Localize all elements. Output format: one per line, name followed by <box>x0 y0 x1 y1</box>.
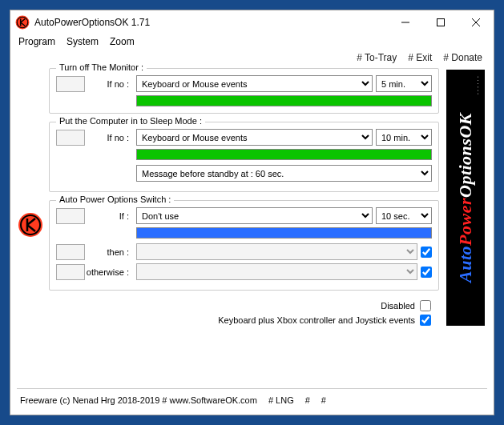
switch-otherwise-select[interactable] <box>136 263 417 280</box>
menu-program[interactable]: Program <box>18 36 55 47</box>
group-monitor-title: Turn off The Monitor : <box>56 62 147 72</box>
footer-h2[interactable]: # <box>321 395 326 405</box>
group-sleep: Put the Computer in to Sleep Mode : If n… <box>49 122 439 192</box>
group-switch-title: Auto Power Options Switch : <box>56 194 174 204</box>
sleep-message-select[interactable]: Message before standby at : 60 sec. <box>136 165 432 182</box>
otherwise-indicator <box>56 264 85 280</box>
disabled-checkbox[interactable] <box>420 300 431 311</box>
group-monitor: Turn off The Monitor : If no : Keyboard … <box>49 68 439 114</box>
footer-h1[interactable]: # <box>305 395 310 405</box>
banner-auto: Auto <box>455 246 475 283</box>
svg-point-3 <box>18 213 42 237</box>
sleep-indicator <box>56 130 85 146</box>
minimize-button[interactable] <box>388 10 423 34</box>
link-donate[interactable]: # Donate <box>443 52 482 63</box>
monitor-event-select[interactable]: Keyboard or Mouse events <box>136 75 373 92</box>
banner-dots-icon: ······ <box>474 76 482 96</box>
close-button[interactable] <box>458 10 494 34</box>
banner-text: AutoPowerOptionsOK <box>455 113 476 283</box>
kbxbox-checkbox[interactable] <box>420 315 431 326</box>
switch-time-select[interactable]: 10 sec. <box>376 207 432 224</box>
switch-otherwise-checkbox[interactable] <box>421 267 432 278</box>
maximize-button[interactable] <box>423 10 458 34</box>
app-window: AutoPowerOptionsOK 1.71 Program System Z… <box>10 10 494 415</box>
footer-lng[interactable]: # LNG <box>268 395 294 405</box>
side-logo-icon <box>18 212 43 238</box>
right-col: ······ AutoPowerOptionsOK <box>442 68 489 382</box>
sleep-progress <box>136 149 432 160</box>
disabled-label: Disabled <box>381 301 415 311</box>
left-logo-col <box>15 68 46 382</box>
monitor-ifno-label: If no : <box>85 76 133 92</box>
menu-system[interactable]: System <box>67 36 99 47</box>
switch-progress <box>136 227 432 239</box>
window-controls <box>388 10 494 34</box>
disabled-row: Disabled <box>381 300 431 311</box>
app-icon <box>15 15 30 30</box>
banner-ok: OK <box>455 113 475 138</box>
bottom-checks: Disabled Keyboard plus Xbox controller a… <box>49 299 439 331</box>
banner-power: Power <box>455 198 475 246</box>
kbxbox-row: Keyboard plus Xbox controller and Joysti… <box>218 315 431 326</box>
svg-rect-2 <box>437 19 445 26</box>
window-title: AutoPowerOptionsOK 1.71 <box>34 17 388 28</box>
body: Turn off The Monitor : If no : Keyboard … <box>10 68 494 382</box>
switch-then-label: then : <box>85 244 133 260</box>
footer-text: Freeware (c) Nenad Hrg 2018-2019 # www.S… <box>20 395 257 405</box>
svg-point-0 <box>16 16 30 30</box>
sleep-event-select[interactable]: Keyboard or Mouse events <box>136 129 373 146</box>
then-indicator <box>56 244 85 260</box>
menubar: Program System Zoom <box>10 34 494 50</box>
brand-banner: ······ AutoPowerOptionsOK <box>446 70 485 326</box>
switch-then-select[interactable] <box>136 243 417 260</box>
titlebar: AutoPowerOptionsOK 1.71 <box>10 10 494 34</box>
center-col: Turn off The Monitor : If no : Keyboard … <box>46 68 442 382</box>
monitor-progress <box>136 95 432 106</box>
monitor-time-select[interactable]: 5 min. <box>376 75 432 92</box>
footer: Freeware (c) Nenad Hrg 2018-2019 # www.S… <box>17 388 487 415</box>
switch-then-checkbox[interactable] <box>421 247 432 258</box>
menu-zoom[interactable]: Zoom <box>110 36 135 47</box>
sleep-ifno-label: If no : <box>85 130 133 146</box>
monitor-indicator <box>56 76 85 92</box>
switch-if-label: If : <box>85 208 133 224</box>
sleep-time-select[interactable]: 10 min. <box>376 129 432 146</box>
switch-if-select[interactable]: Don't use <box>136 207 373 224</box>
link-to-tray[interactable]: # To-Tray <box>357 52 397 63</box>
banner-options: Options <box>455 138 475 198</box>
switch-indicator <box>56 208 85 224</box>
switch-otherwise-label: otherwise : <box>85 264 133 280</box>
kbxbox-label: Keyboard plus Xbox controller and Joysti… <box>218 315 415 325</box>
group-switch: Auto Power Options Switch : If : Don't u… <box>49 200 439 291</box>
group-sleep-title: Put the Computer in to Sleep Mode : <box>56 116 205 126</box>
link-exit[interactable]: # Exit <box>408 52 432 63</box>
